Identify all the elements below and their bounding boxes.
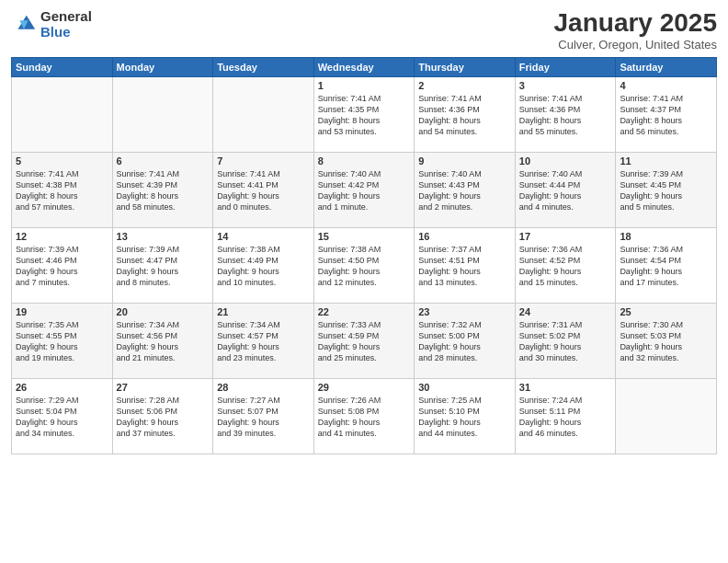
calendar-cell: 24Sunrise: 7:31 AM Sunset: 5:02 PM Dayli… [515,303,616,378]
day-number: 8 [318,155,411,167]
day-number: 5 [16,155,108,167]
calendar-cell: 11Sunrise: 7:39 AM Sunset: 4:45 PM Dayli… [616,152,717,227]
day-info: Sunrise: 7:41 AM Sunset: 4:41 PM Dayligh… [217,168,310,213]
day-info: Sunrise: 7:40 AM Sunset: 4:42 PM Dayligh… [318,168,411,213]
calendar-cell: 26Sunrise: 7:29 AM Sunset: 5:04 PM Dayli… [12,378,113,454]
day-number: 15 [318,231,411,242]
day-info: Sunrise: 7:37 AM Sunset: 4:51 PM Dayligh… [418,244,511,289]
day-number: 6 [117,155,210,167]
header: General Blue January 2025 Culver, Oregon… [11,9,717,52]
day-number: 18 [620,231,712,242]
day-number: 13 [117,231,210,242]
day-info: Sunrise: 7:27 AM Sunset: 5:07 PM Dayligh… [217,395,310,440]
calendar-cell: 3Sunrise: 7:41 AM Sunset: 4:36 PM Daylig… [515,76,616,152]
calendar-cell: 28Sunrise: 7:27 AM Sunset: 5:07 PM Dayli… [213,378,314,454]
calendar-cell: 18Sunrise: 7:36 AM Sunset: 4:54 PM Dayli… [616,227,717,303]
day-info: Sunrise: 7:41 AM Sunset: 4:38 PM Dayligh… [16,168,108,213]
calendar-container: General Blue January 2025 Culver, Oregon… [0,0,728,563]
day-number: 22 [318,306,411,317]
day-info: Sunrise: 7:39 AM Sunset: 4:47 PM Dayligh… [117,244,210,289]
weekday-header-row: SundayMondayTuesdayWednesdayThursdayFrid… [12,57,717,76]
calendar-cell: 19Sunrise: 7:35 AM Sunset: 4:55 PM Dayli… [12,303,113,378]
day-number: 30 [418,382,511,393]
logo-blue: Blue [40,25,92,40]
day-number: 12 [16,231,108,242]
calendar-cell: 20Sunrise: 7:34 AM Sunset: 4:56 PM Dayli… [112,303,213,378]
day-info: Sunrise: 7:35 AM Sunset: 4:55 PM Dayligh… [16,319,108,364]
calendar-cell: 12Sunrise: 7:39 AM Sunset: 4:46 PM Dayli… [12,227,113,303]
calendar-cell: 15Sunrise: 7:38 AM Sunset: 4:50 PM Dayli… [313,227,415,303]
day-number: 2 [418,80,511,91]
day-info: Sunrise: 7:38 AM Sunset: 4:49 PM Dayligh… [217,244,310,289]
calendar-cell: 22Sunrise: 7:33 AM Sunset: 4:59 PM Dayli… [313,303,415,378]
day-info: Sunrise: 7:38 AM Sunset: 4:50 PM Dayligh… [318,244,411,289]
day-number: 16 [418,231,511,242]
logo-icon [11,12,37,38]
day-info: Sunrise: 7:41 AM Sunset: 4:36 PM Dayligh… [519,93,612,138]
day-number: 14 [217,231,310,242]
day-number: 19 [16,306,108,317]
calendar-cell [12,76,113,152]
day-number: 21 [217,306,310,317]
day-number: 7 [217,155,310,167]
weekday-header: Saturday [616,57,717,76]
calendar-cell [112,76,213,152]
day-info: Sunrise: 7:29 AM Sunset: 5:04 PM Dayligh… [16,395,108,440]
calendar-cell: 31Sunrise: 7:24 AM Sunset: 5:11 PM Dayli… [515,378,616,454]
calendar-cell: 13Sunrise: 7:39 AM Sunset: 4:47 PM Dayli… [112,227,213,303]
day-info: Sunrise: 7:26 AM Sunset: 5:08 PM Dayligh… [318,395,411,440]
day-number: 10 [519,155,612,167]
weekday-header: Tuesday [213,57,314,76]
calendar-cell: 2Sunrise: 7:41 AM Sunset: 4:36 PM Daylig… [415,76,516,152]
day-number: 25 [620,306,712,317]
day-info: Sunrise: 7:40 AM Sunset: 4:44 PM Dayligh… [519,168,612,213]
weekday-header: Sunday [12,57,113,76]
calendar-cell: 4Sunrise: 7:41 AM Sunset: 4:37 PM Daylig… [616,76,717,152]
logo-general: General [40,9,92,25]
day-info: Sunrise: 7:41 AM Sunset: 4:39 PM Dayligh… [117,168,210,213]
calendar-cell: 16Sunrise: 7:37 AM Sunset: 4:51 PM Dayli… [415,227,516,303]
day-number: 17 [519,231,612,242]
calendar-cell: 8Sunrise: 7:40 AM Sunset: 4:42 PM Daylig… [313,152,415,227]
month-title: January 2025 [554,9,717,38]
day-number: 28 [217,382,310,393]
calendar-cell: 10Sunrise: 7:40 AM Sunset: 4:44 PM Dayli… [515,152,616,227]
calendar-cell: 9Sunrise: 7:40 AM Sunset: 4:43 PM Daylig… [415,152,516,227]
day-number: 26 [16,382,108,393]
calendar-cell: 14Sunrise: 7:38 AM Sunset: 4:49 PM Dayli… [213,227,314,303]
calendar-cell: 21Sunrise: 7:34 AM Sunset: 4:57 PM Dayli… [213,303,314,378]
calendar-cell [213,76,314,152]
calendar-cell: 17Sunrise: 7:36 AM Sunset: 4:52 PM Dayli… [515,227,616,303]
day-number: 4 [620,80,712,91]
day-number: 24 [519,306,612,317]
calendar-table: SundayMondayTuesdayWednesdayThursdayFrid… [11,57,717,454]
day-info: Sunrise: 7:24 AM Sunset: 5:11 PM Dayligh… [519,395,612,440]
day-number: 3 [519,80,612,91]
day-info: Sunrise: 7:34 AM Sunset: 4:56 PM Dayligh… [117,319,210,364]
logo-text: General Blue [40,9,92,40]
day-number: 20 [117,306,210,317]
logo: General Blue [11,9,92,40]
day-number: 31 [519,382,612,393]
weekday-header: Thursday [415,57,516,76]
day-info: Sunrise: 7:28 AM Sunset: 5:06 PM Dayligh… [117,395,210,440]
calendar-week-row: 5Sunrise: 7:41 AM Sunset: 4:38 PM Daylig… [12,152,717,227]
day-info: Sunrise: 7:41 AM Sunset: 4:36 PM Dayligh… [418,93,511,138]
day-info: Sunrise: 7:41 AM Sunset: 4:35 PM Dayligh… [318,93,411,138]
day-info: Sunrise: 7:41 AM Sunset: 4:37 PM Dayligh… [620,93,712,138]
day-number: 1 [318,80,411,91]
day-info: Sunrise: 7:33 AM Sunset: 4:59 PM Dayligh… [318,319,411,364]
calendar-cell: 7Sunrise: 7:41 AM Sunset: 4:41 PM Daylig… [213,152,314,227]
weekday-header: Friday [515,57,616,76]
day-number: 23 [418,306,511,317]
day-info: Sunrise: 7:31 AM Sunset: 5:02 PM Dayligh… [519,319,612,364]
day-info: Sunrise: 7:39 AM Sunset: 4:46 PM Dayligh… [16,244,108,289]
day-number: 11 [620,155,712,167]
day-number: 29 [318,382,411,393]
calendar-cell: 29Sunrise: 7:26 AM Sunset: 5:08 PM Dayli… [313,378,415,454]
calendar-cell: 30Sunrise: 7:25 AM Sunset: 5:10 PM Dayli… [415,378,516,454]
calendar-week-row: 12Sunrise: 7:39 AM Sunset: 4:46 PM Dayli… [12,227,717,303]
calendar-cell: 6Sunrise: 7:41 AM Sunset: 4:39 PM Daylig… [112,152,213,227]
location: Culver, Oregon, United States [554,38,717,52]
calendar-cell: 23Sunrise: 7:32 AM Sunset: 5:00 PM Dayli… [415,303,516,378]
